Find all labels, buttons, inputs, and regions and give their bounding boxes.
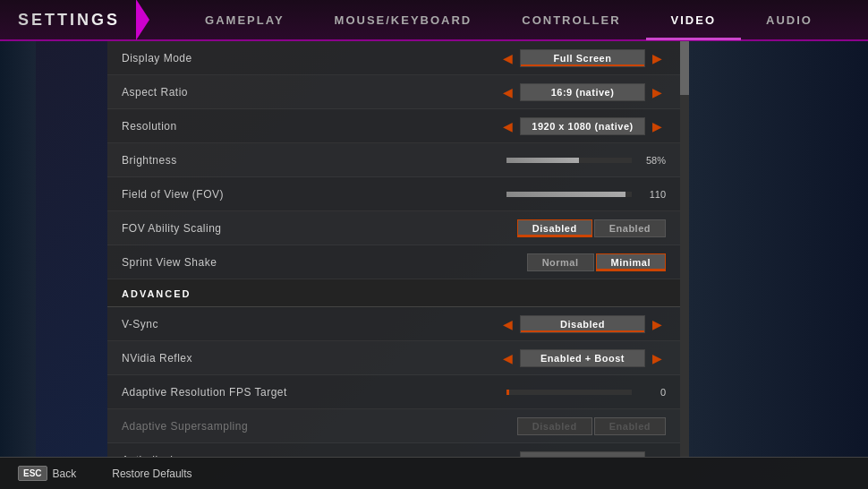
tab-gameplay[interactable]: GAMEPLAY (180, 0, 309, 40)
tab-audio[interactable]: AUDIO (741, 0, 838, 40)
vsync-control: ◀ Disabled ▶ (499, 315, 666, 333)
adaptive-super-disabled: Disabled (517, 417, 592, 435)
adaptive-super-label: Adaptive Supersampling (122, 420, 517, 433)
resolution-row: Resolution ◀ 1920 x 1080 (native) ▶ (107, 109, 680, 143)
scrollbar[interactable] (680, 41, 689, 457)
footer: ESC Back Restore Defaults (0, 457, 868, 489)
display-mode-label: Display Mode (122, 52, 499, 64)
display-mode-value: Full Screen (520, 49, 645, 67)
aspect-ratio-next[interactable]: ▶ (649, 86, 666, 99)
nvidia-reflex-value: Enabled + Boost (520, 349, 645, 367)
adaptive-res-track[interactable] (506, 390, 632, 395)
content-wrapper: Display Mode ◀ Full Screen ▶ Aspect Rati… (0, 41, 868, 457)
left-background (0, 41, 36, 457)
right-background (689, 41, 868, 457)
sprint-shake-row: Sprint View Shake Normal Minimal (107, 245, 680, 279)
vsync-value: Disabled (520, 315, 645, 333)
nvidia-reflex-next[interactable]: ▶ (649, 352, 666, 365)
fov-control: 110 (506, 189, 666, 200)
brightness-control: 58% (506, 155, 666, 166)
fov-label: Field of View (FOV) (122, 188, 506, 201)
sprint-shake-label: Sprint View Shake (122, 256, 527, 269)
tab-controller[interactable]: CONTROLLER (497, 0, 645, 40)
fov-ability-control: Disabled Enabled (517, 219, 666, 237)
esc-key-label: ESC (18, 466, 47, 481)
fov-ability-label: FOV Ability Scaling (122, 222, 517, 235)
advanced-section-header: ADVANCED (107, 279, 680, 307)
adaptive-res-control: 0 (506, 387, 666, 398)
brightness-fill (506, 158, 579, 163)
adaptive-res-value: 0 (639, 387, 666, 398)
resolution-label: Resolution (122, 120, 499, 133)
sprint-shake-control: Normal Minimal (527, 253, 666, 271)
display-mode-row: Display Mode ◀ Full Screen ▶ (107, 41, 680, 75)
adaptive-res-row: Adaptive Resolution FPS Target 0 (107, 375, 680, 409)
fov-fill (506, 192, 625, 197)
aspect-ratio-label: Aspect Ratio (122, 86, 499, 99)
restore-defaults-button[interactable]: Restore Defaults (112, 468, 191, 480)
brightness-row: Brightness 58% (107, 143, 680, 177)
display-mode-control: ◀ Full Screen ▶ (499, 49, 666, 67)
vsync-row: V-Sync ◀ Disabled ▶ (107, 307, 680, 341)
brightness-label: Brightness (122, 154, 506, 167)
back-button[interactable]: ESC Back (18, 466, 76, 481)
nvidia-reflex-label: NVidia Reflex (122, 352, 499, 365)
fov-track[interactable] (506, 192, 632, 197)
fov-row: Field of View (FOV) 110 (107, 177, 680, 211)
resolution-control: ◀ 1920 x 1080 (native) ▶ (499, 117, 666, 135)
vsync-next[interactable]: ▶ (649, 318, 666, 330)
scrollbar-thumb[interactable] (680, 41, 689, 95)
nvidia-reflex-prev[interactable]: ◀ (499, 352, 516, 365)
fov-ability-row: FOV Ability Scaling Disabled Enabled (107, 211, 680, 245)
nvidia-reflex-row: NVidia Reflex ◀ Enabled + Boost ▶ (107, 341, 680, 375)
display-mode-next[interactable]: ▶ (649, 52, 666, 64)
tab-video[interactable]: VIDEO (646, 0, 741, 40)
tab-mousekeyboard[interactable]: MOUSE/KEYBOARD (310, 0, 498, 40)
header: SETTINGS GAMEPLAY MOUSE/KEYBOARD CONTROL… (0, 0, 868, 41)
adaptive-super-enabled: Enabled (594, 417, 666, 435)
adaptive-super-control: Disabled Enabled (517, 417, 666, 435)
advanced-title: ADVANCED (122, 288, 191, 299)
aspect-ratio-control: ◀ 16:9 (native) ▶ (499, 83, 666, 101)
nav-tabs: GAMEPLAY MOUSE/KEYBOARD CONTROLLER VIDEO… (149, 0, 868, 40)
adaptive-res-label: Adaptive Resolution FPS Target (122, 386, 506, 399)
display-mode-prev[interactable]: ◀ (499, 52, 516, 64)
header-accent-shape (136, 0, 149, 40)
aspect-ratio-value: 16:9 (native) (520, 83, 645, 101)
fov-ability-disabled[interactable]: Disabled (517, 219, 592, 237)
vsync-prev[interactable]: ◀ (499, 318, 516, 330)
fov-ability-enabled[interactable]: Enabled (594, 219, 666, 237)
aspect-ratio-prev[interactable]: ◀ (499, 86, 516, 99)
restore-label: Restore Defaults (112, 468, 191, 480)
brightness-track[interactable] (506, 158, 632, 163)
resolution-prev[interactable]: ◀ (499, 120, 516, 133)
antialiasing-row: Anti-aliasing ◀ None ▶ (107, 443, 680, 457)
sprint-shake-normal[interactable]: Normal (527, 253, 594, 271)
resolution-next[interactable]: ▶ (649, 120, 666, 133)
back-label: Back (53, 468, 77, 480)
adaptive-res-fill (506, 390, 509, 395)
vsync-label: V-Sync (122, 318, 499, 330)
adaptive-super-row: Adaptive Supersampling Disabled Enabled (107, 409, 680, 443)
fov-value: 110 (639, 189, 666, 200)
aspect-ratio-row: Aspect Ratio ◀ 16:9 (native) ▶ (107, 75, 680, 109)
settings-title: SETTINGS (0, 11, 138, 30)
sprint-shake-minimal[interactable]: Minimal (596, 253, 666, 271)
resolution-value: 1920 x 1080 (native) (520, 117, 645, 135)
settings-panel: Display Mode ◀ Full Screen ▶ Aspect Rati… (107, 41, 680, 457)
brightness-value: 58% (639, 155, 666, 166)
nvidia-reflex-control: ◀ Enabled + Boost ▶ (499, 349, 666, 367)
